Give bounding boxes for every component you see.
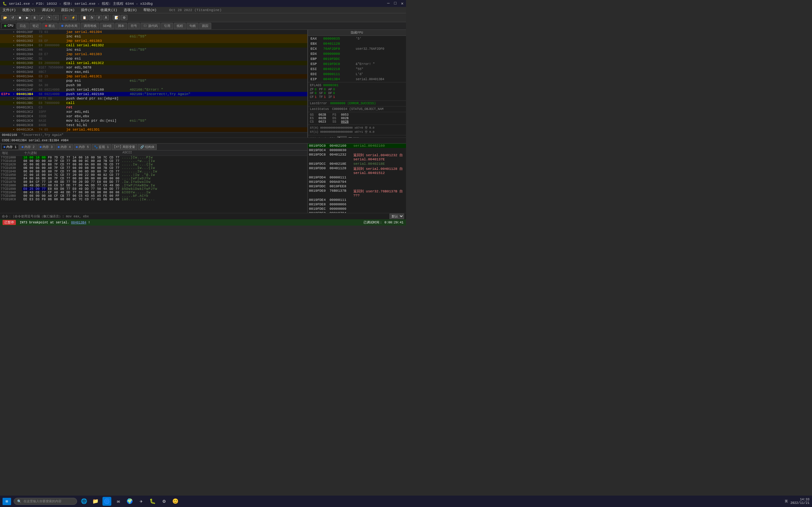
disasm-row[interactable]: • 004013BC E8 79000000 call (0, 101, 307, 105)
tab-memory[interactable]: 内存布局 (58, 23, 80, 29)
mem-row[interactable]: 77CD10A0 0043CE77CFA848DD770800080008000… (0, 191, 307, 194)
disasm-row[interactable]: • 004013A8 8BC7 mov eax,edi (0, 70, 307, 74)
menu-trace[interactable]: 跟踪(N) (60, 7, 76, 13)
stack-num-input[interactable] (337, 136, 347, 137)
tab-symbols[interactable]: 符号 (128, 23, 140, 29)
mem-row[interactable]: 77CD1000 16001800F07DCD7714001600507CCD7… (0, 156, 307, 159)
disasm-row[interactable]: • 0040138F 73 03 jae serial.401394 (0, 30, 307, 34)
unlock-checkbox[interactable]: 解锁 (349, 136, 359, 138)
tab-notes[interactable]: 笔记 (30, 23, 42, 29)
menu-plugins[interactable]: 插件(P) (80, 7, 96, 13)
disasm-row[interactable]: • 004013C8 84DB test bl,bl (0, 123, 307, 127)
disasm-row[interactable]: • 00401392 EB EF jmp serial.401383 (0, 39, 307, 43)
mem-row[interactable]: 77CD10B0 00080000A8CFCB7706C543A5A5FE00F… (0, 194, 307, 198)
disasm-row[interactable]: • 0040139A EB E7 jmp serial.401383 (0, 52, 307, 56)
tab-cpu[interactable]: CPU (1, 23, 16, 29)
reg-row[interactable]: EAX 00000035 '5' (309, 37, 405, 41)
mem-row[interactable]: 77CD1030 0B000800A87FCD7708000800887BCD7… (0, 166, 307, 170)
cmd-select[interactable]: 默认 (390, 214, 404, 219)
menu-debug[interactable]: 调试(D) (41, 7, 56, 13)
mem-tab-3[interactable]: 内存 3 (38, 144, 55, 150)
stack-right-row[interactable]: 0019FDC8 00401232 返回到 serial.00401232 自 … (308, 153, 406, 162)
mem-tab-struct[interactable]: 🔗 结构体 (138, 144, 157, 150)
tb-close[interactable]: ⏹ (16, 15, 23, 20)
stack-right-row[interactable]: 0019FDDC 0019FEE8 (308, 184, 406, 188)
tb-hash[interactable]: # (96, 15, 102, 20)
reg-row[interactable]: EDX 00000000 (309, 52, 405, 56)
tb-step-into[interactable]: ↙ (39, 15, 45, 20)
stack-right-row[interactable]: 0019FDD8 000A0794 (308, 180, 406, 184)
disasm-row[interactable]: • 0040139D E8 20000000 call serial.4013C… (0, 61, 307, 65)
tb-open[interactable]: 📂 (1, 15, 9, 20)
tab-script[interactable]: 脚本 (115, 23, 127, 29)
reg-row[interactable]: EBP 0019FDDC (309, 57, 405, 61)
mem-tab-watch[interactable]: 🐾 监视 1 (92, 144, 111, 150)
mem-row[interactable]: 77CD1070 80B4CF771049DD775020DD77E069DD7… (0, 180, 307, 184)
tab-refs[interactable]: 引用 (161, 23, 173, 29)
reg-row[interactable]: EBX 00401128 (309, 42, 405, 46)
disasm-row[interactable]: • 004013AA EB 15 jmp serial.4013C1 (0, 74, 307, 78)
mem-row[interactable]: 77CD1020 0C000E00B87FCD7708000A00887BCD7… (0, 163, 307, 166)
mem-row[interactable]: 77CD1040 06000800807FCD770B000D00807FCD7… (0, 170, 307, 173)
menu-options[interactable]: 选项(O) (122, 7, 138, 13)
disasm-row[interactable]: • 004013B9 FF75 08 push dword ptr ss:[eb… (0, 96, 307, 101)
stack-right-row[interactable]: 0019FDE4 00000111 (308, 198, 406, 202)
mem-content[interactable]: 77CD1000 16001800F07DCD7714001600507CCD7… (0, 156, 307, 213)
stack-right-content[interactable]: 0019FDC0 00402160 serial.00402160 0019FD… (308, 144, 406, 213)
mem-row[interactable]: 77CD1050 1C001E00847CCD77200022004082CD7… (0, 173, 307, 177)
disasm-content[interactable]: • 0040138F 73 03 jae serial.401394 • 004… (0, 30, 307, 132)
reg-row[interactable]: EDI 00000111 L'd' (309, 72, 405, 76)
tab-source[interactable]: ⟨⟩ 源代码 (141, 23, 160, 29)
reg-row[interactable]: ESP 0019FDC0 &"Error! " (309, 62, 405, 66)
stack-right-row[interactable]: 0019FDCC 0040218E serial.0040218E (308, 162, 406, 166)
tb-step-over[interactable]: ↷ (46, 15, 52, 20)
tab-breakpoints[interactable]: 断点 (42, 23, 58, 29)
mem-tab-5[interactable]: 内存 5 (73, 144, 91, 150)
stack-right-row[interactable]: 0019FDC4 00000030 (308, 148, 406, 153)
stack-right-row[interactable]: 0019FDD0 00401128 返回到 serial.00401128 自 … (308, 166, 406, 175)
disasm-row[interactable]: • 00401391 46 inc esi esi:"55" (0, 34, 307, 39)
tab-trace[interactable]: 跟踪 (199, 23, 211, 29)
mem-tab-4[interactable]: 内存 4 (55, 144, 73, 150)
disasm-row[interactable]: • 00401394 E8 39000000 call serial.4013D… (0, 43, 307, 48)
menu-view[interactable]: 视图(V) (21, 7, 37, 13)
tb-step-out[interactable]: ↑ (53, 15, 59, 20)
mem-row[interactable]: 77CD10C0 EEE3D3F0060000000C7CCD770100000… (0, 198, 307, 201)
disasm-row[interactable]: • 004013AC 5E pop esi esi:"55" (0, 78, 307, 83)
mem-tab-locals[interactable]: [x=] 局部变量 (112, 144, 137, 150)
tab-log[interactable]: 日志 (17, 23, 29, 29)
status-addr-link[interactable]: 004013B4 (71, 221, 86, 224)
tb-restart[interactable]: ↺ (9, 15, 16, 20)
disasm-row[interactable]: • 004013C2 33FF xor edi,edi (0, 110, 307, 114)
tb-mem[interactable]: 📋 (81, 15, 88, 20)
disasm-row[interactable]: • 004013AF 68 60214000 push serial.40216… (0, 88, 307, 92)
disasm-row[interactable]: EIP► • 004013B4 68 69214000 push serial.… (0, 92, 307, 96)
tb-bp[interactable]: ● (62, 15, 69, 20)
mem-row[interactable]: 77CD1080 9049DD7700C057DD77D04ADD77C049D… (0, 184, 307, 187)
menu-help[interactable]: 帮助(H) (142, 7, 158, 13)
mem-tab-1[interactable]: 内存 1 (1, 144, 19, 150)
tb-settings[interactable]: ⚙ (121, 15, 128, 20)
disasm-row[interactable]: • 004013CA 74 05 je serial.4013D1 (0, 127, 307, 132)
close-btn[interactable]: ✕ (401, 1, 403, 6)
menu-file[interactable]: 文件(F) (1, 7, 17, 13)
disasm-row[interactable]: • 00401399 46 inc esi esi:"55" (0, 48, 307, 52)
stack-right-row[interactable]: 0019FDF0 000A0794 (308, 211, 406, 213)
menu-favorites[interactable]: 收藏夹(I) (99, 7, 119, 13)
disasm-row[interactable]: • 004013C6 8A1E mov bl,byte ptr ds:[esi]… (0, 118, 307, 123)
tb-run[interactable]: ▶ (24, 15, 31, 20)
disasm-row[interactable]: • 004013C1 C3 ret (0, 105, 307, 110)
stack-right-row[interactable]: 0019FDE8 00000066 (308, 202, 406, 207)
stack-right-row[interactable]: 0019FDE0 76B0137B 返回到 user32.76B0137B 自 … (308, 188, 406, 198)
mem-row[interactable]: 77CD1010 08000D00A07FCD770B000C00A87BCD7… (0, 159, 307, 163)
maximize-btn[interactable]: □ (394, 1, 397, 6)
reg-row[interactable]: EIP 004013B4 serial.004013B4 (309, 77, 405, 81)
reg-row[interactable]: ECX 76AF2DF0 user32.76AF2DF0 (309, 47, 405, 51)
tb-hwbp[interactable]: ⚡ (69, 15, 77, 20)
disasm-row[interactable]: • 004013AD 6A 30 push 30 (0, 83, 307, 88)
disasm-row[interactable]: • 004013A2 81E7 78560000 xor edi,5678 (0, 65, 307, 70)
tb-fx[interactable]: fx (89, 15, 95, 20)
reg-row[interactable]: ESI 00402218 "55" (309, 67, 405, 71)
stack-right-row[interactable]: 0019FDC0 00402160 serial.00402160 (308, 144, 406, 148)
stack-right-row[interactable]: 0019FDD4 00000111 (308, 175, 406, 180)
